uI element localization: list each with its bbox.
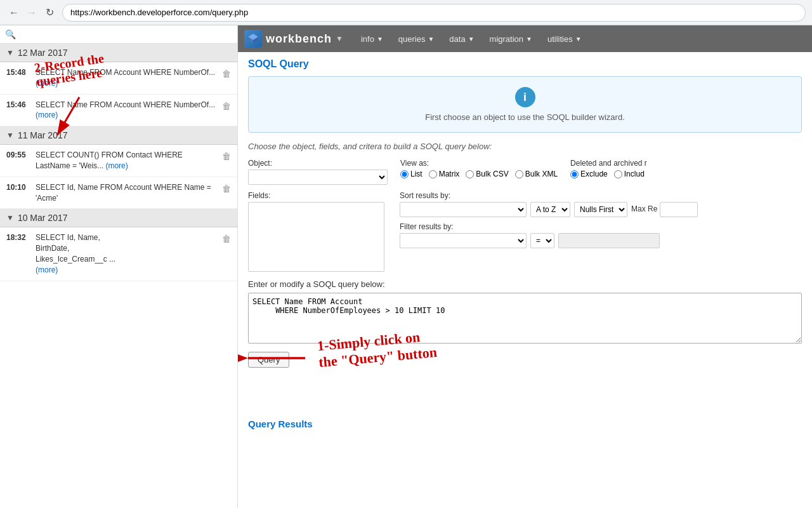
search-icon: 🔍: [5, 29, 16, 39]
query-more-1546[interactable]: (more): [36, 110, 58, 119]
info-dropdown-arrow: ▼: [377, 36, 383, 43]
radio-bulk-xml[interactable]: Bulk XML: [515, 170, 558, 178]
nav-item-migration[interactable]: migration ▼: [482, 25, 540, 52]
date-label-12mar: 12 Mar 2017: [18, 48, 68, 58]
form-row-2: Fields: Sort results by:: [248, 191, 802, 272]
query-time-1546: 15:46: [6, 100, 30, 109]
radio-exclude-input[interactable]: [570, 170, 579, 178]
utilities-dropdown-arrow: ▼: [575, 36, 582, 43]
browser-chrome: ← → ↻: [0, 0, 812, 25]
query-more-1832[interactable]: (more): [36, 265, 58, 274]
chevron-10mar[interactable]: ▼: [6, 213, 14, 222]
fields-col: Fields:: [248, 191, 387, 272]
sort-nulls-select[interactable]: Nulls First: [574, 202, 627, 217]
fields-listbox-wrapper: [248, 202, 387, 272]
wb-cube-icon: [244, 30, 262, 48]
sort-filter-col: Sort results by: A to Z Nulls First: [400, 191, 698, 248]
radio-include-input[interactable]: [614, 170, 622, 178]
query-text-1010[interactable]: SELECT Id, Name FROM Account WHERE Name …: [36, 182, 217, 204]
chevron-11mar[interactable]: ▼: [6, 131, 14, 140]
deleted-col: Deleted and archived r Exclude Includ: [570, 159, 647, 178]
collapse-sidebar-button[interactable]: ◀: [237, 254, 238, 279]
nav-buttons: ← → ↻: [6, 5, 57, 20]
sidebar: 🔍 2-Record thequeries here ▼ 12: [0, 25, 238, 508]
query-results-title: Query Results: [248, 418, 802, 429]
forward-button[interactable]: →: [24, 5, 39, 20]
object-col: Object:: [248, 159, 388, 185]
query-time-1010: 10:10: [6, 183, 30, 192]
query-text-1546[interactable]: SELECT Name FROM Account WHERE NumberOf.…: [36, 100, 217, 121]
soql-editor-label: Enter or modify a SOQL query below:: [248, 279, 802, 289]
info-icon: i: [515, 87, 535, 107]
query-item-1832: 18:32 SELECT Id, Name,BirthDate,Likes_Ic…: [0, 227, 237, 281]
query-item-1010: 10:10 SELECT Id, Name FROM Account WHERE…: [0, 177, 237, 210]
query-time-1832: 18:32: [6, 233, 30, 242]
radio-bulk-xml-input[interactable]: [515, 170, 523, 178]
radio-list[interactable]: List: [400, 170, 422, 178]
query-text-1832[interactable]: SELECT Id, Name,BirthDate,Likes_Ice_Crea…: [36, 232, 217, 275]
nav-item-data[interactable]: data ▼: [442, 25, 481, 52]
date-group-12mar: ▼ 12 Mar 2017: [0, 44, 237, 62]
queries-dropdown-arrow: ▼: [428, 36, 434, 43]
view-as-label: View as:: [400, 159, 558, 168]
radio-include[interactable]: Includ: [614, 170, 645, 178]
nav-item-utilities[interactable]: utilities ▼: [540, 25, 589, 52]
soql-editor[interactable]: SELECT Name FROM Account WHERE NumberOfE…: [248, 293, 802, 344]
info-box: i First choose an object to use the SOQL…: [248, 76, 802, 133]
query-item-1546: 15:46 SELECT Name FROM Account WHERE Num…: [0, 95, 237, 127]
filter-value-input[interactable]: [558, 233, 660, 248]
max-results-wrapper: Max Re: [631, 202, 698, 217]
workbench-navbar: workbench ▼ info ▼ queries ▼ data ▼ migr…: [238, 25, 812, 52]
filter-field-select[interactable]: [400, 233, 527, 248]
sort-order-select[interactable]: A to Z: [530, 202, 570, 217]
delete-icon-1010[interactable]: 🗑: [222, 184, 231, 194]
delete-icon-1548[interactable]: 🗑: [222, 69, 231, 79]
radio-matrix[interactable]: Matrix: [429, 170, 460, 178]
sidebar-search-bar: 🔍: [0, 25, 237, 44]
radio-list-input[interactable]: [400, 170, 409, 178]
radio-exclude[interactable]: Exclude: [570, 170, 608, 178]
wb-logo-dropdown[interactable]: ▼: [336, 34, 343, 43]
view-as-col: View as: List Matrix Bulk CSV Bulk XML: [400, 159, 558, 178]
query-text-0955[interactable]: SELECT COUNT() FROM Contact WHERE LastNa…: [36, 150, 217, 171]
sort-controls: A to Z Nulls First Max Re: [400, 202, 698, 217]
radio-bulk-csv[interactable]: Bulk CSV: [466, 170, 508, 178]
soql-section: SOQL Query i First choose an object to u…: [238, 52, 812, 436]
nav-item-queries[interactable]: queries ▼: [391, 25, 442, 52]
form-row-1: Object: View as: List Matrix: [248, 159, 802, 185]
migration-dropdown-arrow: ▼: [526, 36, 532, 43]
query-time-0955: 09:55: [6, 150, 30, 159]
delete-icon-0955[interactable]: 🗑: [222, 151, 231, 161]
query-text-1548[interactable]: SELECT Name FROM Account WHERE NumberOf.…: [36, 67, 217, 89]
fields-label: Fields:: [248, 191, 387, 200]
query-button[interactable]: Query: [248, 352, 289, 368]
chevron-12mar[interactable]: ▼: [6, 48, 14, 57]
content-area: workbench ▼ info ▼ queries ▼ data ▼ migr…: [238, 25, 812, 508]
filter-row: Filter results by: =: [400, 222, 698, 248]
delete-icon-1832[interactable]: 🗑: [222, 234, 231, 244]
query-time-1548: 15:48: [6, 68, 30, 77]
sort-row: Sort results by: A to Z Nulls First: [400, 191, 698, 217]
filter-label: Filter results by:: [400, 222, 698, 231]
filter-operator-select[interactable]: =: [530, 233, 554, 248]
fields-listbox[interactable]: [248, 202, 384, 272]
date-label-10mar: 10 Mar 2017: [18, 213, 68, 223]
address-bar[interactable]: [62, 4, 806, 22]
back-button[interactable]: ←: [6, 5, 22, 20]
delete-icon-1546[interactable]: 🗑: [222, 101, 231, 111]
date-label-11mar: 11 Mar 2017: [18, 130, 68, 140]
wb-logo-text: workbench: [266, 32, 332, 46]
reload-button[interactable]: ↻: [42, 5, 57, 20]
nav-item-info[interactable]: info ▼: [353, 25, 391, 52]
query-more-1548[interactable]: (more): [36, 79, 58, 88]
data-dropdown-arrow: ▼: [468, 36, 475, 43]
builder-description: Choose the object, fields, and critera t…: [248, 142, 802, 151]
radio-bulk-csv-input[interactable]: [466, 170, 474, 178]
max-results-input[interactable]: [660, 202, 698, 217]
main-layout: 🔍 2-Record thequeries here ▼ 12: [0, 25, 812, 508]
radio-matrix-input[interactable]: [429, 170, 437, 178]
view-as-radio-group: List Matrix Bulk CSV Bulk XML: [400, 170, 558, 178]
sort-field-select[interactable]: [400, 202, 527, 217]
query-more-0955[interactable]: (more): [105, 161, 128, 170]
object-select[interactable]: [248, 170, 388, 185]
